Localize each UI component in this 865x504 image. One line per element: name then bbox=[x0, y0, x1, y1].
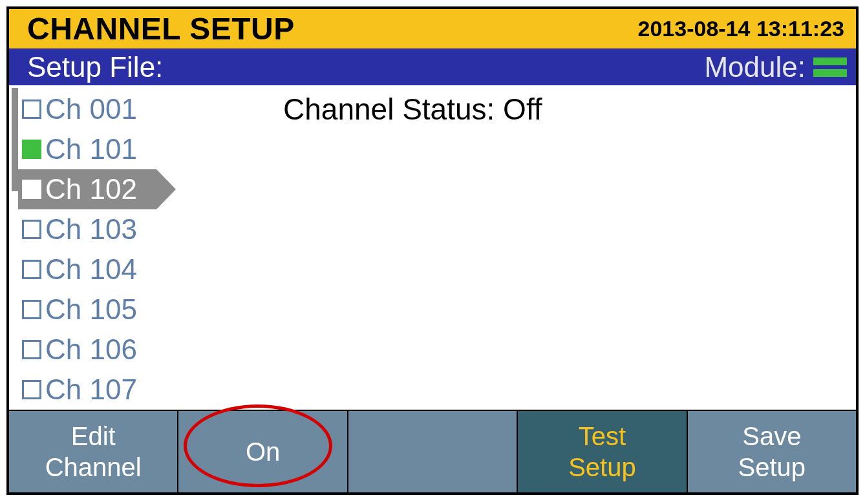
channel-item[interactable]: Ch 102 bbox=[18, 169, 156, 209]
channel-item[interactable]: Ch 107 bbox=[18, 370, 140, 410]
module-status-icon bbox=[813, 58, 847, 77]
channel-checkbox-icon bbox=[22, 300, 41, 319]
module-indicator: Module: bbox=[704, 51, 847, 83]
channel-checkbox-icon bbox=[22, 220, 41, 239]
channel-checkbox-icon bbox=[22, 340, 41, 359]
clock-timestamp: 2013-08-14 13:11:23 bbox=[638, 16, 844, 41]
softkey-on[interactable]: On bbox=[178, 411, 348, 492]
channel-label: Ch 107 bbox=[45, 373, 137, 406]
channel-item[interactable]: Ch 104 bbox=[18, 249, 140, 289]
channel-label: Ch 105 bbox=[45, 293, 137, 326]
channel-item[interactable]: Ch 001 bbox=[18, 89, 140, 129]
softkey-edit-channel[interactable]: Edit Channel bbox=[9, 411, 178, 492]
channel-status-pane: Channel Status: Off bbox=[257, 85, 856, 410]
channel-scrollbar[interactable] bbox=[12, 85, 18, 410]
page-title: CHANNEL SETUP bbox=[27, 11, 295, 47]
channel-label: Ch 001 bbox=[45, 93, 137, 125]
channel-label: Ch 104 bbox=[45, 253, 137, 286]
channel-item[interactable]: Ch 101 bbox=[18, 129, 140, 169]
channel-label: Ch 101 bbox=[45, 133, 137, 165]
title-bar: CHANNEL SETUP 2013-08-14 13:11:23 bbox=[9, 9, 856, 48]
channel-item[interactable]: Ch 105 bbox=[18, 289, 140, 330]
channel-checkbox-icon bbox=[22, 180, 41, 199]
channel-label: Ch 102 bbox=[45, 173, 137, 205]
channel-checkbox-icon bbox=[22, 140, 41, 159]
device-screen: CHANNEL SETUP 2013-08-14 13:11:23 Setup … bbox=[6, 6, 859, 495]
channel-label: Ch 103 bbox=[45, 213, 137, 246]
channel-checkbox-icon bbox=[22, 100, 41, 119]
softkey-bar: Edit Channel On Test Setup Save Setup bbox=[9, 410, 856, 492]
setup-file-label: Setup File: bbox=[27, 51, 163, 83]
channel-checkbox-icon bbox=[22, 380, 41, 399]
channel-item[interactable]: Ch 106 bbox=[18, 330, 140, 370]
scrollbar-thumb[interactable] bbox=[12, 88, 18, 191]
channel-list: Ch 001Ch 101Ch 102Ch 103Ch 104Ch 105Ch 1… bbox=[18, 85, 257, 410]
channel-label: Ch 106 bbox=[45, 333, 137, 366]
channel-status-value: Off bbox=[503, 92, 542, 126]
channel-item[interactable]: Ch 103 bbox=[18, 209, 140, 249]
channel-status-label: Channel Status: bbox=[283, 92, 495, 126]
softkey-save-setup[interactable]: Save Setup bbox=[688, 411, 856, 492]
main-body: Ch 001Ch 101Ch 102Ch 103Ch 104Ch 105Ch 1… bbox=[9, 85, 856, 410]
channel-checkbox-icon bbox=[22, 260, 41, 279]
softkey-test-setup[interactable]: Test Setup bbox=[518, 411, 687, 492]
setup-file-bar: Setup File: Module: bbox=[9, 48, 856, 85]
softkey-empty bbox=[348, 411, 518, 492]
module-label: Module: bbox=[704, 51, 806, 83]
